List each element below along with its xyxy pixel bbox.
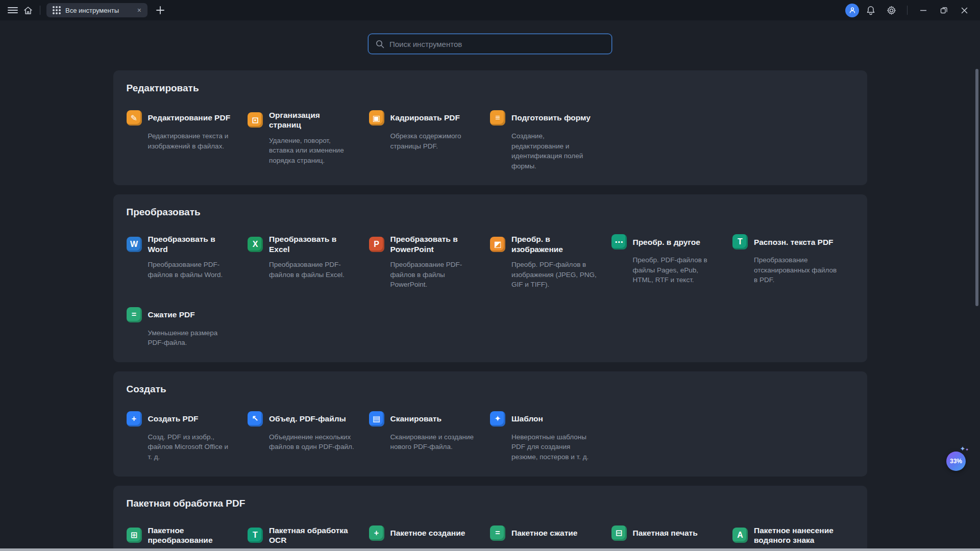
section-title: Редактировать (127, 83, 854, 94)
bell-icon (866, 6, 875, 15)
tool-card[interactable]: XПреобразовать в ExcelПреобразование PDF… (248, 234, 353, 289)
convert-excel-icon: X (248, 237, 263, 252)
combine-pdf-icon: ↖ (248, 411, 263, 427)
home-icon (23, 6, 33, 15)
section-title: Создать (127, 384, 854, 395)
tool-description: Невероятные шаблоны PDF для создания рез… (511, 432, 597, 462)
tool-title: Шаблон (511, 414, 543, 423)
close-window-button[interactable] (955, 3, 973, 18)
ocr-text-icon: T (732, 234, 748, 249)
person-icon (849, 7, 856, 14)
section-title: Преобразовать (127, 207, 854, 218)
hamburger-icon (8, 7, 18, 14)
tool-title: Подготовить форму (511, 113, 591, 122)
search-area (0, 20, 980, 70)
tool-title: Кадрировать PDF (390, 113, 460, 122)
ai-progress-label: 33% (950, 458, 962, 465)
tool-title: Пакетная печать (633, 528, 698, 538)
tool-description: Создание, редактирование и идентификация… (511, 131, 597, 171)
tool-sections: Редактировать✎Редактирование PDFРедактир… (113, 70, 867, 551)
tool-title: Сжатие PDF (148, 310, 195, 319)
tool-description: Удаление, поворот, вставка или изменение… (269, 136, 355, 166)
tool-card[interactable]: ⊡Организация страницУдаление, поворот, в… (248, 110, 353, 171)
section-title: Пакетная обработка PDF (127, 498, 854, 509)
vertical-scrollbar-thumb[interactable] (975, 69, 978, 306)
tool-description: Преобразование PDF-файлов в файлы PowerP… (390, 260, 476, 290)
tool-description: Объединение нескольких файлов в один PDF… (269, 432, 355, 452)
tool-title: Преобр. в изображение (511, 234, 595, 254)
ai-sparkle-icon: ✦✦ (960, 445, 969, 453)
tool-card[interactable]: ⊞Пакетное преобразованиеПакетная конверт… (127, 525, 232, 551)
create-pdf-icon: + (127, 411, 142, 427)
restore-icon (940, 7, 947, 14)
tool-card[interactable]: TРаспозн. текста PDFПреобразование отска… (732, 234, 838, 289)
convert-other-icon: ⋯ (611, 234, 627, 249)
tool-card[interactable]: =Пакетное сжатиеПакетное уменьшение разм… (490, 525, 595, 551)
tool-description: Преобразование PDF-файлов в файлы Excel. (269, 260, 355, 280)
batch-create-icon: + (369, 525, 384, 541)
edit-pdf-icon: ✎ (127, 110, 142, 126)
tool-card[interactable]: =Сжатие PDFУменьшение размера PDF-файла. (127, 307, 232, 348)
search-box[interactable] (368, 34, 612, 54)
tool-card[interactable]: AПакетное нанесение водяного знакаПакетн… (732, 525, 838, 551)
settings-button[interactable] (883, 3, 900, 18)
tool-title: Пакетное нанесение водяного знака (754, 525, 838, 545)
tab-label: Все инструменты (65, 7, 132, 14)
tool-description: Преобр. PDF-файлов в файлы Pages, ePub, … (633, 255, 719, 285)
restore-button[interactable] (935, 3, 952, 18)
tool-card[interactable]: ≡Подготовить формуСоздание, редактирован… (490, 110, 595, 171)
search-input[interactable] (389, 40, 604, 48)
section-panel: Редактировать✎Редактирование PDFРедактир… (113, 70, 867, 185)
batch-ocr-icon: T (248, 528, 263, 543)
tool-card[interactable]: +Создать PDFСозд. PDF из изобр., файлов … (127, 411, 232, 462)
title-bar: Все инструменты × (0, 0, 980, 20)
tool-card[interactable]: ↖Объед. PDF-файлыОбъединение нескольких … (248, 411, 353, 462)
tool-title: Сканировать (390, 414, 442, 423)
minimize-button[interactable] (915, 3, 932, 18)
account-avatar[interactable] (845, 4, 859, 17)
hamburger-menu-button[interactable] (5, 3, 20, 18)
tool-title: Пакетная обработка OCR (269, 525, 353, 545)
tool-card[interactable]: ▤СканироватьСканирование и создание ново… (369, 411, 474, 462)
bottom-edge-strip (0, 548, 980, 551)
section-panel: ПреобразоватьWПреобразовать в WordПреобр… (113, 194, 867, 362)
convert-powerpoint-icon: P (369, 237, 384, 252)
section-panel: Пакетная обработка PDF⊞Пакетное преобраз… (113, 486, 867, 551)
tool-description: Преобразование отсканированных файлов в … (754, 255, 840, 285)
home-button[interactable] (20, 3, 36, 18)
tool-title: Пакетное сжатие (511, 528, 577, 538)
tab-all-tools[interactable]: Все инструменты × (46, 3, 148, 17)
organize-pages-icon: ⊡ (248, 112, 263, 128)
batch-convert-icon: ⊞ (127, 528, 142, 543)
toolbar-divider (40, 6, 40, 15)
scan-icon: ▤ (369, 411, 384, 427)
tool-title: Преобразовать в Excel (269, 234, 353, 254)
tool-title: Распозн. текста PDF (754, 237, 834, 247)
gear-icon (887, 6, 896, 15)
tool-card[interactable]: ⊟Пакетная печатьПакетная печать PDF-файл… (611, 525, 717, 551)
tool-title: Преобразовать в PowerPoint (390, 234, 474, 254)
minimize-icon (920, 7, 927, 14)
tool-description: Сканирование и создание нового PDF-файла… (390, 432, 476, 452)
tool-description: Созд. PDF из изобр., файлов Microsoft Of… (148, 432, 234, 462)
tool-title: Преобр. в другое (633, 237, 700, 247)
tool-title: Создать PDF (148, 414, 199, 423)
tool-card[interactable]: ◩Преобр. в изображениеПреобр. PDF-файлов… (490, 234, 595, 289)
tool-card[interactable]: PПреобразовать в PowerPointПреобразовани… (369, 234, 474, 289)
tool-card[interactable]: TПакетная обработка OCRПакетное преобраз… (248, 525, 353, 551)
batch-watermark-icon: A (732, 528, 748, 543)
tool-card[interactable]: ✦ШаблонНевероятные шаблоны PDF для созда… (490, 411, 595, 462)
ai-assistant-badge[interactable]: 33% (946, 452, 966, 471)
tool-card[interactable]: ▣Кадрировать PDFОбрезка содержимого стра… (369, 110, 474, 171)
tool-title: Пакетное преобразование (148, 525, 232, 545)
tool-card[interactable]: WПреобразовать в WordПреобразование PDF-… (127, 234, 232, 289)
new-tab-button[interactable] (153, 3, 168, 18)
tool-description: Обрезка содержимого страницы PDF. (390, 131, 476, 151)
tab-close-icon[interactable]: × (136, 6, 142, 15)
tool-card[interactable]: +Пакетное созданиеПакетное создание PDF … (369, 525, 474, 551)
tool-card[interactable]: ⋯Преобр. в другоеПреобр. PDF-файлов в фа… (611, 234, 717, 289)
tool-card[interactable]: ✎Редактирование PDFРедактирование текста… (127, 110, 232, 171)
notifications-button[interactable] (862, 3, 879, 18)
convert-word-icon: W (127, 237, 142, 252)
all-tools-grid-icon (53, 6, 61, 14)
